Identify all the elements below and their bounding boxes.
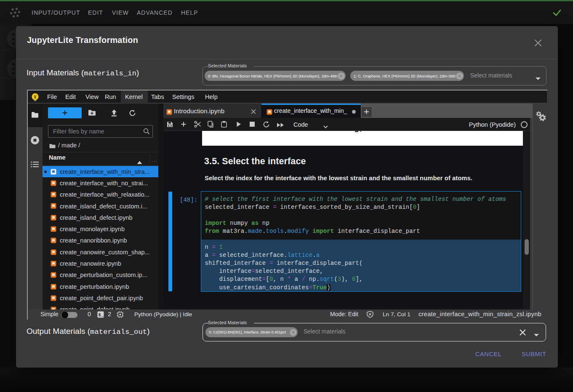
- svg-text:$_: $_: [99, 313, 104, 317]
